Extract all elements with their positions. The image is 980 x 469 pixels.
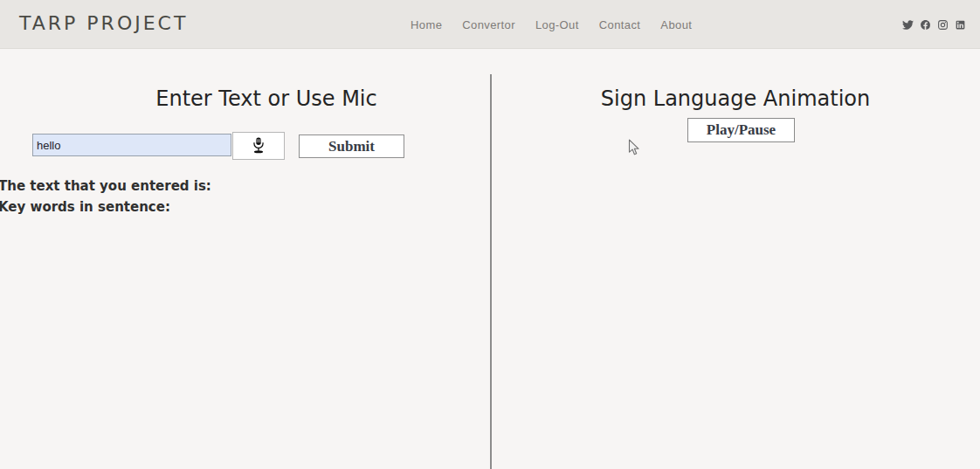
text-input[interactable] [32,134,231,156]
brand-logo[interactable]: TARP PROJECT [19,12,188,34]
mouse-cursor-icon [628,139,640,156]
instagram-icon[interactable] [937,19,949,31]
right-panel-title: Sign Language Animation [491,86,980,111]
header: TARP PROJECT Home Convertor Log-Out Cont… [0,0,980,49]
submit-button[interactable]: Submit [299,134,404,158]
play-pause-button[interactable]: Play/Pause [687,118,795,142]
left-panel-title: Enter Text or Use Mic [26,86,507,111]
nav-item-contact[interactable]: Contact [599,18,641,31]
entered-text-label: The text that you entered is: [0,178,211,194]
nav-item-log-out[interactable]: Log-Out [535,18,579,31]
main-nav: Home Convertor Log-Out Contact About [411,0,692,49]
social-links [902,0,966,49]
panel-divider [490,74,492,469]
page: TARP PROJECT Home Convertor Log-Out Cont… [0,0,980,469]
twitter-icon[interactable] [902,19,914,31]
keywords-label: Key words in sentence: [0,199,170,215]
facebook-icon[interactable] [920,19,931,31]
linkedin-icon[interactable] [955,19,966,31]
nav-item-home[interactable]: Home [411,18,442,31]
nav-item-about[interactable]: About [660,18,692,31]
nav-item-convertor[interactable]: Convertor [462,18,515,31]
microphone-icon [249,135,268,156]
mic-button[interactable] [232,132,285,160]
